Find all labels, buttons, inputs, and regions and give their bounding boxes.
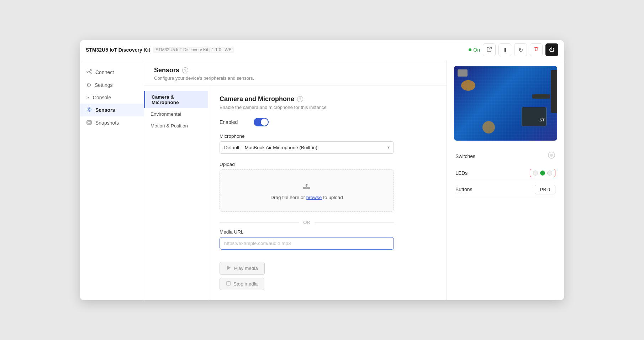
content-title: Sensors <box>154 67 179 74</box>
status-dot <box>469 48 471 51</box>
right-panel: ST Switches LEDs <box>447 60 564 300</box>
buttons-row: Buttons PB 0 <box>455 181 555 198</box>
enabled-toggle-wrap <box>254 118 269 126</box>
board-connector-2 <box>532 94 550 99</box>
titlebar: STM32U5 IoT Discovery Kit STM32U5 IoT Di… <box>80 40 564 60</box>
status-indicator: On <box>469 47 480 53</box>
power-icon: ⏻ <box>549 47 555 53</box>
snapshots-icon <box>86 120 92 126</box>
upload-suffix-text: to upload <box>323 195 343 200</box>
buttons-label: Buttons <box>455 187 472 192</box>
svg-point-0 <box>87 71 88 72</box>
sidebar-label-console: Console <box>93 95 111 100</box>
sensors-icon <box>86 107 92 113</box>
svg-point-11 <box>550 154 553 157</box>
media-url-input[interactable] <box>220 237 394 250</box>
delete-button[interactable] <box>530 43 543 56</box>
microphone-select-wrap: Default – MacBook Air Microphone (Built-… <box>220 141 394 154</box>
sub-nav: Camera &Microphone Environmental Motion … <box>144 85 208 300</box>
svg-rect-9 <box>227 282 230 285</box>
power-button[interactable]: ⏻ <box>545 43 558 56</box>
pause-button[interactable]: ⏸ <box>498 43 511 56</box>
media-url-label: Media URL <box>220 229 435 235</box>
connect-icon <box>86 69 92 75</box>
svg-point-3 <box>88 109 90 110</box>
led-0 <box>533 171 538 176</box>
sub-nav-item-camera[interactable]: Camera &Microphone <box>144 91 208 108</box>
app-window: STM32U5 IoT Discovery Kit STM32U5 IoT Di… <box>80 40 564 300</box>
sidebar-item-settings[interactable]: ⚙ Settings <box>80 79 144 91</box>
svg-rect-6 <box>88 121 91 124</box>
upload-group: Upload Drag file here or browse <box>220 162 435 212</box>
section-title-text: Camera and Microphone <box>220 95 294 103</box>
content-subtitle: Configure your device's peripherals and … <box>154 75 437 81</box>
toggle-knob <box>261 119 268 126</box>
microphone-select[interactable]: Default – MacBook Air Microphone (Built-… <box>220 141 394 154</box>
settings-icon: ⚙ <box>86 82 91 88</box>
content-header: Sensors ? Configure your device's periph… <box>144 60 447 85</box>
titlebar-right: On ⏸ ↻ <box>469 43 558 56</box>
window-subtitle: STM32U5 IoT Discovery Kit | 1.1.0 | WB <box>153 47 234 53</box>
sub-nav-label-camera: Camera &Microphone <box>152 94 179 105</box>
upload-drag-text: Drag file here or <box>270 195 305 200</box>
play-media-label: Play media <box>234 266 258 271</box>
console-icon: ≥ <box>86 95 89 100</box>
enabled-toggle[interactable] <box>254 118 269 126</box>
leds-indicator <box>530 169 555 177</box>
sidebar-label-sensors: Sensors <box>95 107 115 113</box>
status-label: On <box>473 47 480 53</box>
sidebar-label-snapshots: Snapshots <box>95 120 119 126</box>
media-url-group: Media URL <box>220 229 435 254</box>
media-buttons: Play media Stop media <box>220 262 394 290</box>
svg-point-4 <box>87 108 91 111</box>
pb-button[interactable]: PB 0 <box>535 185 555 194</box>
or-divider: OR <box>220 220 394 225</box>
sidebar-item-console[interactable]: ≥ Console <box>80 91 144 104</box>
led-2 <box>547 171 552 176</box>
content-title-row: Sensors ? <box>154 67 437 74</box>
board-connector <box>551 70 557 113</box>
microphone-group: Microphone Default – MacBook Air Microph… <box>220 134 435 154</box>
svg-marker-8 <box>227 266 230 270</box>
upload-text: Drag file here or browse to upload <box>270 195 343 200</box>
sub-nav-item-environmental[interactable]: Environmental <box>144 108 208 120</box>
sidebar-label-settings: Settings <box>95 82 113 88</box>
upload-label: Upload <box>220 162 435 167</box>
leds-label: LEDs <box>455 170 468 176</box>
content-area: Sensors ? Configure your device's periph… <box>144 60 447 300</box>
upload-browse-link[interactable]: browse <box>306 195 322 200</box>
upload-dropzone[interactable]: Drag file here or browse to upload <box>220 169 394 212</box>
play-icon <box>226 265 231 271</box>
titlebar-left: STM32U5 IoT Discovery Kit STM32U5 IoT Di… <box>86 47 234 53</box>
or-text: OR <box>303 220 310 225</box>
stop-media-label: Stop media <box>233 281 258 287</box>
external-link-icon <box>486 46 492 53</box>
sidebar-item-snapshots[interactable]: Snapshots <box>80 116 144 129</box>
stop-media-button[interactable]: Stop media <box>220 278 264 290</box>
play-media-button[interactable]: Play media <box>220 262 265 275</box>
board-detail <box>454 66 557 141</box>
section-info-icon[interactable]: ? <box>297 96 303 102</box>
section-subtitle: Enable the camera and microphone for thi… <box>220 105 435 110</box>
section-title: Camera and Microphone ? <box>220 95 435 103</box>
svg-rect-7 <box>303 187 310 189</box>
led-1 <box>540 171 545 176</box>
content-info-icon[interactable]: ? <box>182 67 188 73</box>
pb-label: PB 0 <box>540 187 550 192</box>
switch-icon <box>548 151 555 161</box>
board-component-2 <box>482 121 495 134</box>
external-link-button[interactable] <box>483 43 496 56</box>
refresh-icon: ↻ <box>518 47 523 53</box>
upload-icon <box>302 181 311 192</box>
board-chip <box>522 107 547 126</box>
sidebar-label-connect: Connect <box>95 69 114 75</box>
refresh-button[interactable]: ↻ <box>514 43 527 56</box>
delete-icon <box>533 46 539 53</box>
sidebar-item-sensors[interactable]: Sensors <box>80 104 144 116</box>
sidebar-item-connect[interactable]: Connect <box>80 66 144 79</box>
enabled-row: Enabled <box>220 118 435 126</box>
sub-nav-item-motion[interactable]: Motion & Position <box>144 120 208 132</box>
bottom-controls: Switches LEDs <box>453 148 558 198</box>
main-layout: Connect ⚙ Settings ≥ Console Sensors <box>80 60 564 300</box>
sub-nav-label-motion: Motion & Position <box>151 123 188 129</box>
